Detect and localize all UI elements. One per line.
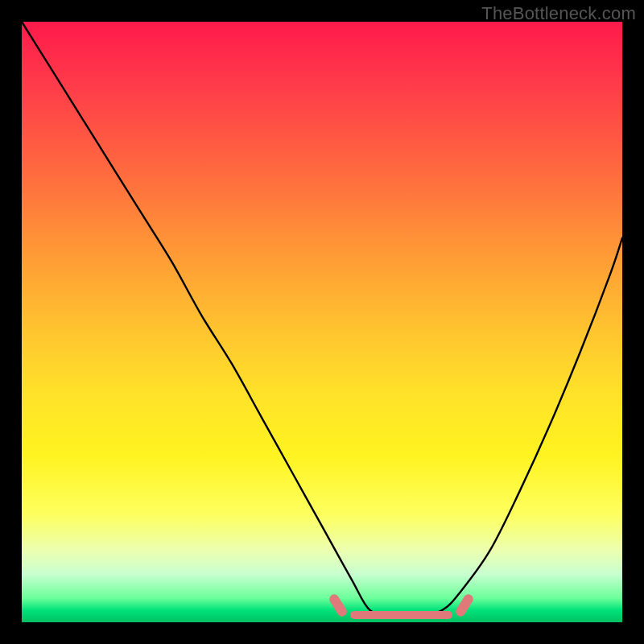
plot-area	[22, 22, 622, 622]
bottleneck-curve	[22, 22, 622, 622]
optimal-marker-floor-icon	[350, 611, 452, 619]
chart-frame: TheBottleneck.com	[0, 0, 644, 644]
